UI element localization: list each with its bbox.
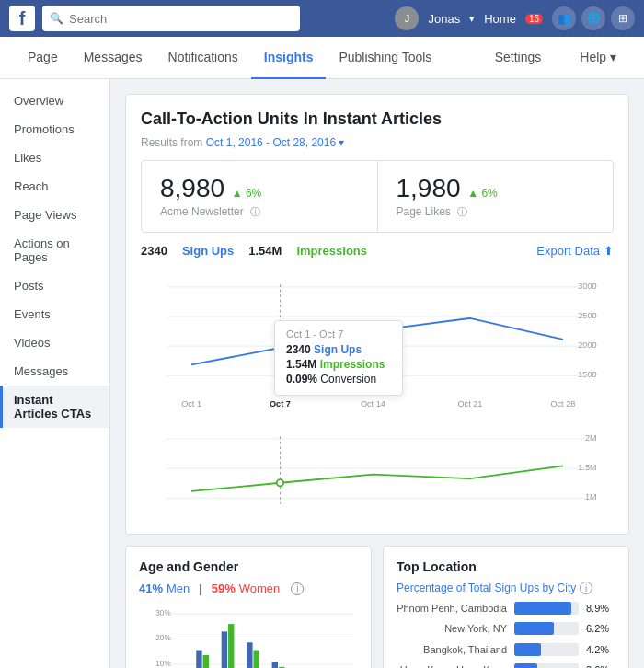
chart-legend: 2340 Sign Ups 1.54M Impressions <box>141 244 367 258</box>
info-icon-newsletter[interactable]: ⓘ <box>250 206 260 217</box>
home-label[interactable]: Home <box>484 12 516 26</box>
nav-settings[interactable]: Settings <box>482 37 555 79</box>
tooltip-date: Oct 1 - Oct 7 <box>286 328 391 340</box>
top-location-title: Top Location <box>397 559 615 574</box>
sidebar-item-page-views[interactable]: Page Views <box>0 201 109 229</box>
sidebar-item-messages[interactable]: Messages <box>0 357 109 386</box>
chart-container: 3000 2500 2000 1500 Oct <box>141 265 614 519</box>
friends-icon[interactable]: 👥 <box>552 6 576 30</box>
signup-label[interactable]: Sign Ups <box>182 244 234 258</box>
impression-count: 1.54M <box>248 244 282 258</box>
title-card: Call-To-Action Units In Instant Articles… <box>125 94 629 535</box>
stat-number-page-likes: 1,980 <box>397 174 461 202</box>
tooltip-signups: 2340 Sign Ups <box>286 343 391 356</box>
location-info-icon[interactable]: i <box>580 582 592 594</box>
content-area: Call-To-Action Units In Instant Articles… <box>110 79 644 668</box>
user-name: Jonas <box>428 12 460 26</box>
sidebar-item-likes[interactable]: Likes <box>0 144 109 172</box>
top-location-card: Top Location Percentage of Total Sign Up… <box>383 546 629 668</box>
export-data-button[interactable]: Export Data ⬆ <box>536 244 614 258</box>
svg-text:1.5M: 1.5M <box>578 463 596 472</box>
svg-text:Oct 1: Oct 1 <box>181 399 201 409</box>
location-name-2: New York, NY <box>397 622 507 635</box>
page-title: Call-To-Action Units In Instant Articles <box>141 109 614 129</box>
impression-label[interactable]: Impressions <box>296 244 367 258</box>
gender-stats: 41% Men | 59% Women i <box>139 582 358 595</box>
sidebar-item-promotions[interactable]: Promotions <box>0 115 109 144</box>
sidebar-item-reach[interactable]: Reach <box>0 172 109 201</box>
stat-delta-newsletter: ▲ 6% <box>232 187 262 200</box>
location-name-3: Bangkok, Thailand <box>397 643 507 656</box>
search-icon: 🔍 <box>50 12 63 25</box>
gender-info-icon[interactable]: i <box>291 582 304 595</box>
svg-text:3000: 3000 <box>578 282 596 291</box>
menu-icon[interactable]: ⊞ <box>611 6 635 30</box>
sidebar-item-posts[interactable]: Posts <box>0 271 109 300</box>
tooltip-impressions: 1.54M Impressions <box>286 358 391 371</box>
location-bar-wrap-4 <box>514 663 579 668</box>
location-bar-wrap-3 <box>514 643 579 656</box>
svg-text:1M: 1M <box>585 492 597 501</box>
svg-text:2M: 2M <box>585 433 597 443</box>
nav-notifications[interactable]: Notifications <box>155 37 251 79</box>
sidebar-item-instant-articles-ctas[interactable]: Instant Articles CTAs <box>0 386 109 428</box>
men-label: Men <box>167 582 190 595</box>
main-layout: Overview Promotions Likes Reach Page Vie… <box>0 79 644 668</box>
chart-tooltip: Oct 1 - Oct 7 2340 Sign Ups 1.54M Impres… <box>274 320 403 396</box>
svg-text:30%: 30% <box>155 609 171 617</box>
stat-number-newsletter: 8,980 <box>160 174 224 202</box>
svg-rect-39 <box>272 662 278 668</box>
top-right-nav: J Jonas ▾ Home 16 👥 🌐 ⊞ <box>395 6 635 30</box>
location-subtitle-text: Percentage of Total Sign Ups by City <box>397 582 576 594</box>
location-bar-2 <box>514 622 554 635</box>
nav-messages[interactable]: Messages <box>71 37 155 79</box>
stat-label-newsletter: Acme Newsletter ⓘ <box>160 205 359 219</box>
chart-header: 2340 Sign Ups 1.54M Impressions Export D… <box>141 244 614 258</box>
nav-page[interactable]: Page <box>15 37 71 79</box>
sidebar: Overview Promotions Likes Reach Page Vie… <box>0 79 110 668</box>
date-range-label: Results from <box>141 136 202 149</box>
globe-icon[interactable]: 🌐 <box>581 6 605 30</box>
nav-help[interactable]: Help ▾ <box>567 37 629 79</box>
location-bar-4 <box>514 663 537 668</box>
svg-rect-36 <box>228 624 234 668</box>
sidebar-item-actions-on-pages[interactable]: Actions on Pages <box>0 229 109 271</box>
location-pct-3: 4.2% <box>586 644 615 655</box>
location-item-2: New York, NY 6.2% <box>397 622 615 635</box>
location-item-3: Bangkok, Thailand 4.2% <box>397 643 615 656</box>
export-icon: ⬆ <box>604 244 614 258</box>
search-input[interactable] <box>69 12 293 26</box>
avatar[interactable]: J <box>395 6 419 30</box>
location-bar-3 <box>514 643 541 656</box>
facebook-logo[interactable]: f <box>9 6 35 31</box>
svg-text:20%: 20% <box>155 634 171 642</box>
nav-publishing-tools[interactable]: Publishing Tools <box>326 37 444 79</box>
svg-text:2500: 2500 <box>578 311 596 320</box>
stat-label-page-likes: Page Likes ⓘ <box>397 205 595 219</box>
date-range-link[interactable]: Oct 1, 2016 - Oct 28, 2016 <box>206 136 336 149</box>
sidebar-item-overview[interactable]: Overview <box>0 86 109 115</box>
top-bar: f 🔍 J Jonas ▾ Home 16 👥 🌐 ⊞ <box>0 0 644 37</box>
svg-text:2000: 2000 <box>578 340 596 350</box>
stat-box-page-likes: 1,980 ▲ 6% Page Likes ⓘ <box>378 161 614 232</box>
stat-delta-page-likes: ▲ 6% <box>467 187 498 200</box>
impressions-chart: 2M 1.5M 1M <box>141 424 614 516</box>
svg-rect-37 <box>247 642 252 668</box>
svg-point-22 <box>277 479 283 486</box>
date-range-icon: ▾ <box>339 136 344 149</box>
gender-spacer: | <box>199 582 201 595</box>
svg-text:10%: 10% <box>155 660 171 668</box>
nav-insights[interactable]: Insights <box>251 37 327 79</box>
search-bar[interactable]: 🔍 <box>42 6 300 31</box>
women-label: Women <box>239 582 281 595</box>
sidebar-item-videos[interactable]: Videos <box>0 328 109 357</box>
svg-rect-33 <box>196 651 201 668</box>
sidebar-item-events[interactable]: Events <box>0 300 109 328</box>
location-bar-wrap-1 <box>514 602 579 615</box>
location-item-1: Phnom Penh, Cambodia 8.9% <box>397 602 615 615</box>
age-gender-title: Age and Gender <box>139 559 358 574</box>
nav-bar: Page Messages Notifications Insights Pub… <box>0 37 644 79</box>
location-subtitle: Percentage of Total Sign Ups by City i <box>397 582 615 594</box>
info-icon-page-likes[interactable]: ⓘ <box>457 206 467 217</box>
signup-count: 2340 <box>141 244 167 258</box>
